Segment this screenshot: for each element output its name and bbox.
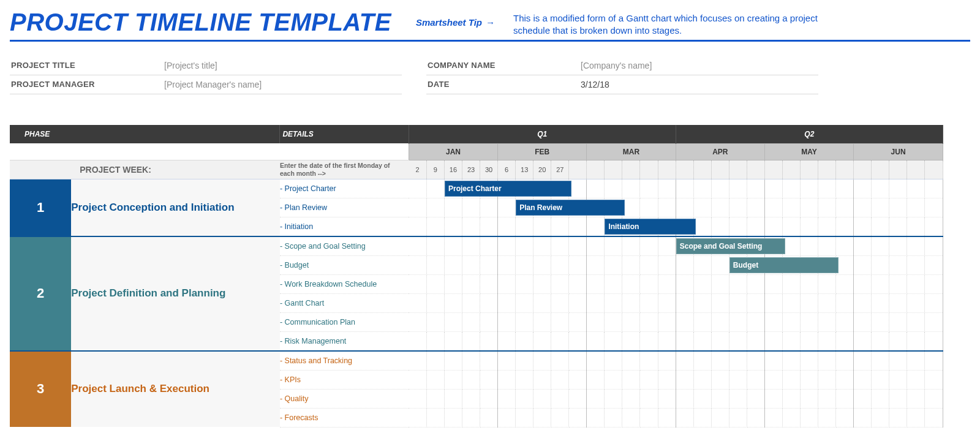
timeline-cell[interactable] — [747, 274, 764, 293]
timeline-cell[interactable] — [426, 217, 444, 236]
week-cell[interactable]: 20 — [533, 160, 551, 179]
timeline-cell[interactable] — [498, 351, 516, 371]
timeline-cell[interactable] — [676, 331, 693, 351]
timeline-cell[interactable] — [480, 274, 498, 293]
timeline-cell[interactable] — [444, 331, 462, 351]
timeline-cell[interactable] — [587, 312, 605, 331]
timeline-cell[interactable] — [764, 255, 782, 274]
timeline-cell[interactable] — [533, 389, 551, 408]
timeline-cell[interactable] — [925, 217, 943, 236]
timeline-cell[interactable] — [640, 293, 658, 312]
timeline-cell[interactable] — [907, 370, 925, 389]
timeline-cell[interactable] — [516, 255, 533, 274]
project-title-field[interactable]: [Project's title] — [164, 61, 217, 70]
task-label[interactable]: Budget — [280, 255, 409, 274]
timeline-cell[interactable] — [605, 255, 622, 274]
timeline-cell[interactable] — [426, 255, 444, 274]
timeline-cell[interactable] — [569, 312, 587, 331]
timeline-cell[interactable] — [533, 312, 551, 331]
timeline-cell[interactable] — [782, 236, 800, 256]
timeline-cell[interactable] — [462, 198, 480, 217]
timeline-cell[interactable] — [409, 274, 426, 293]
timeline-cell[interactable] — [693, 351, 711, 371]
timeline-cell[interactable] — [444, 236, 462, 256]
timeline-cell[interactable] — [498, 370, 516, 389]
week-cell[interactable] — [764, 160, 782, 179]
timeline-cell[interactable] — [764, 389, 782, 408]
timeline-cell[interactable] — [640, 351, 658, 371]
timeline-cell[interactable] — [622, 293, 640, 312]
timeline-cell[interactable] — [764, 370, 782, 389]
timeline-cell[interactable] — [729, 293, 747, 312]
timeline-cell[interactable] — [587, 293, 605, 312]
timeline-cell[interactable] — [818, 293, 836, 312]
task-label[interactable]: Scope and Goal Setting — [280, 236, 409, 256]
timeline-cell[interactable] — [605, 274, 622, 293]
timeline-cell[interactable] — [711, 331, 729, 351]
timeline-cell[interactable] — [498, 408, 516, 427]
timeline-cell[interactable] — [747, 198, 764, 217]
timeline-cell[interactable] — [782, 255, 800, 274]
timeline-cell[interactable] — [889, 408, 907, 427]
timeline-cell[interactable] — [551, 293, 569, 312]
timeline-cell[interactable] — [587, 255, 605, 274]
week-cell[interactable] — [907, 160, 925, 179]
timeline-cell[interactable] — [836, 179, 854, 198]
timeline-cell[interactable] — [836, 408, 854, 427]
timeline-cell[interactable] — [409, 351, 426, 371]
timeline-cell[interactable] — [462, 293, 480, 312]
timeline-cell[interactable] — [676, 179, 693, 198]
timeline-cell[interactable] — [801, 179, 818, 198]
timeline-cell[interactable] — [533, 198, 551, 217]
timeline-cell[interactable] — [569, 370, 587, 389]
timeline-cell[interactable] — [836, 331, 854, 351]
week-cell[interactable] — [854, 160, 872, 179]
timeline-cell[interactable] — [409, 293, 426, 312]
timeline-cell[interactable] — [854, 198, 872, 217]
week-cell[interactable]: 6 — [498, 160, 516, 179]
timeline-cell[interactable] — [676, 274, 693, 293]
timeline-cell[interactable] — [764, 408, 782, 427]
timeline-cell[interactable] — [854, 293, 872, 312]
timeline-cell[interactable] — [587, 351, 605, 371]
date-field[interactable]: 3/12/18 — [581, 80, 609, 89]
timeline-cell[interactable] — [533, 274, 551, 293]
timeline-cell[interactable] — [818, 236, 836, 256]
timeline-cell[interactable] — [801, 255, 818, 274]
timeline-cell[interactable] — [533, 293, 551, 312]
timeline-cell[interactable] — [801, 293, 818, 312]
timeline-cell[interactable] — [729, 312, 747, 331]
week-cell[interactable] — [782, 160, 800, 179]
timeline-cell[interactable]: Initiation — [605, 217, 622, 236]
timeline-cell[interactable] — [658, 198, 676, 217]
timeline-cell[interactable] — [498, 312, 516, 331]
timeline-cell[interactable] — [569, 255, 587, 274]
timeline-cell[interactable] — [764, 293, 782, 312]
timeline-cell[interactable] — [551, 370, 569, 389]
timeline-cell[interactable] — [889, 236, 907, 256]
timeline-cell[interactable] — [622, 274, 640, 293]
timeline-cell[interactable] — [569, 408, 587, 427]
timeline-cell[interactable] — [426, 274, 444, 293]
task-label[interactable]: Project Charter — [280, 179, 409, 198]
timeline-cell[interactable] — [587, 236, 605, 256]
timeline-cell[interactable] — [569, 236, 587, 256]
week-cell[interactable]: 30 — [480, 160, 498, 179]
timeline-cell[interactable] — [658, 312, 676, 331]
timeline-cell[interactable] — [854, 351, 872, 371]
timeline-cell[interactable] — [907, 217, 925, 236]
timeline-cell[interactable] — [925, 389, 943, 408]
timeline-cell[interactable] — [836, 274, 854, 293]
timeline-cell[interactable] — [658, 331, 676, 351]
timeline-cell[interactable] — [925, 408, 943, 427]
timeline-cell[interactable] — [711, 312, 729, 331]
timeline-cell[interactable] — [622, 236, 640, 256]
timeline-cell[interactable] — [925, 255, 943, 274]
timeline-cell[interactable] — [764, 312, 782, 331]
task-label[interactable]: KPIs — [280, 370, 409, 389]
timeline-cell[interactable] — [801, 389, 818, 408]
timeline-cell[interactable] — [801, 351, 818, 371]
timeline-cell[interactable] — [569, 179, 587, 198]
timeline-cell[interactable] — [782, 312, 800, 331]
timeline-cell[interactable] — [907, 198, 925, 217]
